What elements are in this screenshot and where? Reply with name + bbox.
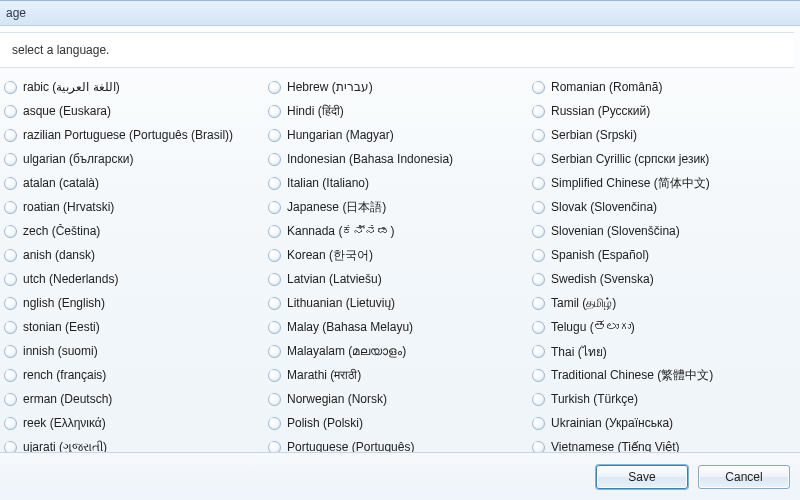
language-option[interactable]: Latvian (Latviešu): [264, 267, 528, 291]
language-label: Indonesian (Bahasa Indonesia): [287, 152, 453, 166]
radio-icon[interactable]: [4, 105, 17, 118]
radio-icon[interactable]: [268, 273, 281, 286]
radio-icon[interactable]: [532, 417, 545, 430]
language-option[interactable]: Malay (Bahasa Melayu): [264, 315, 528, 339]
language-option[interactable]: Hebrew (עברית): [264, 75, 528, 99]
radio-icon[interactable]: [532, 177, 545, 190]
radio-icon[interactable]: [4, 249, 17, 262]
radio-icon[interactable]: [532, 105, 545, 118]
language-label: roatian (Hrvatski): [23, 200, 114, 214]
language-option[interactable]: razilian Portuguese (Português (Brasil)): [0, 123, 264, 147]
radio-icon[interactable]: [4, 369, 17, 382]
save-button[interactable]: Save: [596, 465, 688, 489]
language-option[interactable]: asque (Euskara): [0, 99, 264, 123]
language-option[interactable]: Serbian (Srpski): [528, 123, 792, 147]
language-option[interactable]: Indonesian (Bahasa Indonesia): [264, 147, 528, 171]
radio-icon[interactable]: [532, 201, 545, 214]
radio-icon[interactable]: [4, 129, 17, 142]
language-column: rabic (اللغة العربية)asque (Euskara)razi…: [0, 75, 264, 443]
language-option[interactable]: Polish (Polski): [264, 411, 528, 435]
language-option[interactable]: innish (suomi): [0, 339, 264, 363]
radio-icon[interactable]: [4, 81, 17, 94]
language-option[interactable]: utch (Nederlands): [0, 267, 264, 291]
language-list: rabic (اللغة العربية)asque (Euskara)razi…: [0, 71, 800, 447]
radio-icon[interactable]: [268, 369, 281, 382]
radio-icon[interactable]: [4, 153, 17, 166]
language-option[interactable]: atalan (català): [0, 171, 264, 195]
radio-icon[interactable]: [4, 273, 17, 286]
language-option[interactable]: Simplified Chinese (简体中文): [528, 171, 792, 195]
language-option[interactable]: Tamil (தமிழ்): [528, 291, 792, 315]
language-option[interactable]: Hungarian (Magyar): [264, 123, 528, 147]
radio-icon[interactable]: [4, 201, 17, 214]
radio-icon[interactable]: [532, 369, 545, 382]
radio-icon[interactable]: [532, 81, 545, 94]
radio-icon[interactable]: [4, 417, 17, 430]
cancel-button[interactable]: Cancel: [698, 465, 790, 489]
language-option[interactable]: anish (dansk): [0, 243, 264, 267]
language-label: Romanian (Română): [551, 80, 662, 94]
radio-icon[interactable]: [268, 321, 281, 334]
radio-icon[interactable]: [268, 345, 281, 358]
radio-icon[interactable]: [4, 225, 17, 238]
radio-icon[interactable]: [532, 393, 545, 406]
language-option[interactable]: Italian (Italiano): [264, 171, 528, 195]
radio-icon[interactable]: [4, 345, 17, 358]
language-option[interactable]: Telugu (తెలుగు): [528, 315, 792, 339]
language-option[interactable]: rabic (اللغة العربية): [0, 75, 264, 99]
language-column: Hebrew (עברית)Hindi (हिंदी)Hungarian (Ma…: [264, 75, 528, 443]
radio-icon[interactable]: [268, 297, 281, 310]
radio-icon[interactable]: [532, 249, 545, 262]
language-option[interactable]: roatian (Hrvatski): [0, 195, 264, 219]
language-option[interactable]: Serbian Cyrillic (српски језик): [528, 147, 792, 171]
radio-icon[interactable]: [268, 177, 281, 190]
language-option[interactable]: rench (français): [0, 363, 264, 387]
language-option[interactable]: nglish (English): [0, 291, 264, 315]
language-option[interactable]: stonian (Eesti): [0, 315, 264, 339]
language-option[interactable]: Romanian (Română): [528, 75, 792, 99]
radio-icon[interactable]: [532, 345, 545, 358]
language-option[interactable]: Slovak (Slovenčina): [528, 195, 792, 219]
radio-icon[interactable]: [268, 201, 281, 214]
radio-icon[interactable]: [4, 393, 17, 406]
language-option[interactable]: Swedish (Svenska): [528, 267, 792, 291]
radio-icon[interactable]: [268, 105, 281, 118]
language-option[interactable]: Spanish (Español): [528, 243, 792, 267]
language-option[interactable]: reek (Ελληνικά): [0, 411, 264, 435]
radio-icon[interactable]: [532, 225, 545, 238]
language-option[interactable]: zech (Čeština): [0, 219, 264, 243]
language-label: atalan (català): [23, 176, 99, 190]
language-option[interactable]: Ukrainian (Українська): [528, 411, 792, 435]
radio-icon[interactable]: [268, 249, 281, 262]
language-option[interactable]: Slovenian (Slovenščina): [528, 219, 792, 243]
language-option[interactable]: Traditional Chinese (繁體中文): [528, 363, 792, 387]
radio-icon[interactable]: [532, 321, 545, 334]
radio-icon[interactable]: [268, 393, 281, 406]
language-option[interactable]: Marathi (मराठी): [264, 363, 528, 387]
radio-icon[interactable]: [4, 177, 17, 190]
language-option[interactable]: Japanese (日本語): [264, 195, 528, 219]
language-option[interactable]: Hindi (हिंदी): [264, 99, 528, 123]
language-option[interactable]: Lithuanian (Lietuvių): [264, 291, 528, 315]
language-option[interactable]: Kannada (ಕನ್ನಡ): [264, 219, 528, 243]
language-option[interactable]: Turkish (Türkçe): [528, 387, 792, 411]
radio-icon[interactable]: [268, 81, 281, 94]
language-label: Tamil (தமிழ்): [551, 296, 616, 310]
radio-icon[interactable]: [268, 153, 281, 166]
language-option[interactable]: Thai (ไทย): [528, 339, 792, 363]
language-option[interactable]: Russian (Русский): [528, 99, 792, 123]
radio-icon[interactable]: [532, 297, 545, 310]
language-option[interactable]: Malayalam (മലയാളം): [264, 339, 528, 363]
radio-icon[interactable]: [268, 225, 281, 238]
radio-icon[interactable]: [532, 153, 545, 166]
language-option[interactable]: Korean (한국어): [264, 243, 528, 267]
radio-icon[interactable]: [268, 417, 281, 430]
language-option[interactable]: Norwegian (Norsk): [264, 387, 528, 411]
language-option[interactable]: erman (Deutsch): [0, 387, 264, 411]
radio-icon[interactable]: [532, 129, 545, 142]
language-option[interactable]: ulgarian (български): [0, 147, 264, 171]
radio-icon[interactable]: [532, 273, 545, 286]
radio-icon[interactable]: [268, 129, 281, 142]
radio-icon[interactable]: [4, 321, 17, 334]
radio-icon[interactable]: [4, 297, 17, 310]
